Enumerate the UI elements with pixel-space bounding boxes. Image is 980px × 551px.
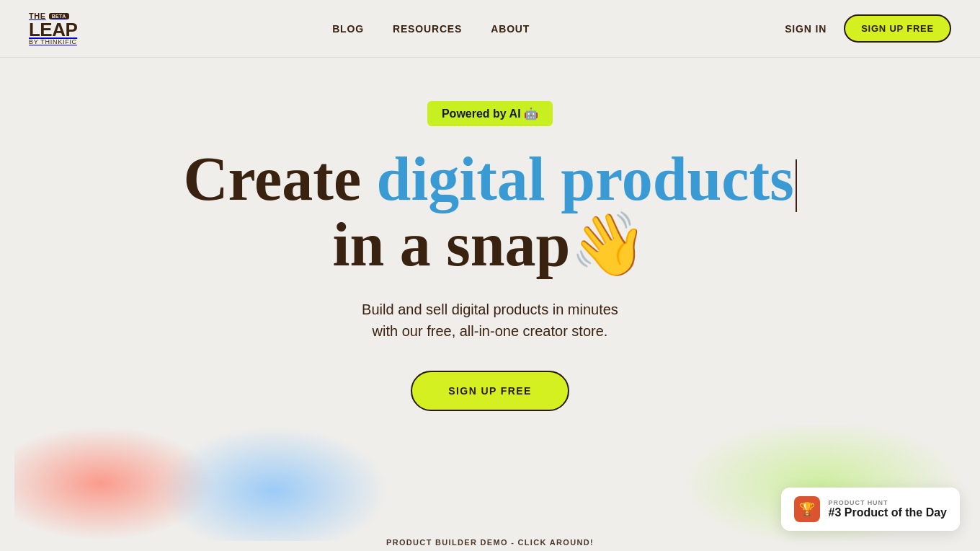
blob-blue xyxy=(159,426,389,541)
headline-part2: in a snap👋 xyxy=(333,210,648,279)
nav-links: BLOG RESOURCES ABOUT xyxy=(332,22,530,35)
nav-resources[interactable]: RESOURCES xyxy=(393,23,462,35)
logo[interactable]: THE BETA LEAP BY THINKIFIC xyxy=(29,12,77,45)
nav-blog[interactable]: BLOG xyxy=(332,23,364,35)
product-hunt-badge[interactable]: 🏆 PRODUCT HUNT #3 Product of the Day xyxy=(781,488,960,531)
subtext-line2: with our free, all-in-one creator store. xyxy=(373,323,608,339)
hero-sign-up-button[interactable]: SIGN UP FREE xyxy=(411,371,569,411)
logo-leap: LEAP xyxy=(29,20,77,39)
product-hunt-icon: 🏆 xyxy=(794,496,820,522)
product-demo-text: PRODUCT BUILDER DEMO - CLICK AROUND! xyxy=(386,538,594,547)
headline-highlight: digital products xyxy=(377,144,794,213)
hero-section: Powered by AI 🤖 Create digital products … xyxy=(0,58,980,551)
subtext-line1: Build and sell digital products in minut… xyxy=(362,301,618,317)
cursor-icon xyxy=(796,159,797,212)
hero-subtext: Build and sell digital products in minut… xyxy=(362,299,618,342)
ph-text-block: PRODUCT HUNT #3 Product of the Day xyxy=(829,499,947,519)
bottom-bar: PRODUCT BUILDER DEMO - CLICK AROUND! xyxy=(0,529,980,551)
sign-in-link[interactable]: SIGN IN xyxy=(785,23,827,35)
nav-about[interactable]: ABOUT xyxy=(491,23,530,35)
ph-title: #3 Product of the Day xyxy=(829,506,947,519)
ph-label: PRODUCT HUNT xyxy=(829,499,947,506)
hero-headline: Create digital products in a snap👋 xyxy=(183,146,796,277)
headline-part1: Create xyxy=(183,144,376,213)
powered-badge: Powered by AI 🤖 xyxy=(427,101,553,126)
nav-right: SIGN IN SIGN UP FREE xyxy=(785,14,951,43)
logo-by: BY THINKIFIC xyxy=(29,39,77,45)
nav-sign-up-button[interactable]: SIGN UP FREE xyxy=(844,14,951,43)
navbar: THE BETA LEAP BY THINKIFIC BLOG RESOURCE… xyxy=(0,0,980,58)
